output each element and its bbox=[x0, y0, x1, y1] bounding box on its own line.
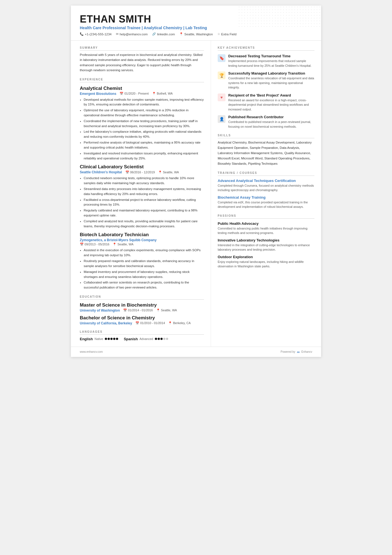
job-bullets-2: Assisted in the execution of complex exp… bbox=[80, 248, 204, 290]
education-label: EDUCATION bbox=[80, 295, 204, 300]
job-meta-2: Zymogenetics, a Bristol-Myers Squibb Com… bbox=[80, 238, 204, 242]
dot bbox=[163, 338, 165, 340]
training-desc-0: Completed through Coursera, focused on a… bbox=[218, 183, 314, 193]
pin-icon-0: 📍 bbox=[152, 92, 156, 95]
list-item: Developed analytical methods for complex… bbox=[84, 97, 204, 107]
job-title-1: Clinical Laboratory Scientist bbox=[80, 164, 204, 170]
list-item: Collaborated with senior scientists on r… bbox=[84, 280, 204, 290]
lang-name-es: Spanish bbox=[124, 337, 138, 341]
passion-1: Innovative Laboratory Technologies Inter… bbox=[218, 238, 314, 252]
passions-label: PASSIONS bbox=[218, 214, 314, 219]
dot bbox=[155, 338, 157, 340]
passion-0: Public Health Advocacy Committed to adva… bbox=[218, 221, 314, 235]
lang-level-es: Advanced bbox=[140, 337, 153, 341]
dot bbox=[113, 338, 115, 340]
achievement-title-2: Recipient of the 'Best Project' Award bbox=[228, 93, 314, 97]
list-item: Investigated and resolved instrumentatio… bbox=[84, 151, 204, 161]
edu-school-1: University of California, Berkeley bbox=[80, 321, 132, 325]
extra-field: Extra Field bbox=[221, 33, 237, 36]
achievement-icon-1: 🏆 bbox=[218, 71, 225, 79]
dot bbox=[110, 338, 113, 340]
list-item: Performed routine analysis of biological… bbox=[84, 140, 204, 150]
dot bbox=[166, 338, 168, 340]
contact-extra: ☆ Extra Field bbox=[217, 32, 237, 36]
lang-dots-es bbox=[155, 338, 168, 340]
job-title-2: Biotech Laboratory Technician bbox=[80, 232, 204, 238]
contact-linkedin: 🔗 linkedin.com bbox=[152, 32, 175, 36]
achievement-3: 👤 Published Research Contributor Contrib… bbox=[218, 115, 314, 129]
list-item: Coordinated the implementation of new te… bbox=[84, 119, 204, 129]
training-0: Advanced Analytical Techniques Certifica… bbox=[218, 179, 314, 193]
main-content: SUMMARY Professional with 5 years of exp… bbox=[71, 41, 321, 347]
achievement-desc-0: Implemented process improvements that re… bbox=[228, 59, 314, 68]
job-meta-0: Emergent Biosolutions 📅 01/2020 - Presen… bbox=[80, 92, 204, 96]
job-company-0: Emergent Biosolutions bbox=[80, 92, 116, 96]
dot bbox=[105, 338, 107, 340]
pin-icon-edu0: 📍 bbox=[156, 309, 160, 312]
edu-location-0: 📍 Seattle, WA bbox=[156, 309, 177, 312]
edu-school-0: University of Washington bbox=[80, 309, 120, 312]
cal-icon-1: 📅 bbox=[125, 171, 129, 174]
job-company-1: Seattle Children's Hospital bbox=[80, 170, 122, 174]
training-label: TRAINING / COURSES bbox=[218, 171, 314, 176]
training-desc-1: Completed via edX, this course provided … bbox=[218, 200, 314, 209]
list-item: Facilitated a cross-departmental project… bbox=[84, 198, 204, 208]
job-bullets-1: Conducted newborn screening tests, optim… bbox=[80, 176, 204, 229]
languages-label: LANGUAGES bbox=[80, 330, 204, 335]
cal-icon-edu0: 📅 bbox=[123, 309, 127, 312]
pin-icon-2: 📍 bbox=[113, 243, 116, 246]
edu-dates-1: 📅 01/2010 - 01/2014 bbox=[135, 321, 165, 325]
lang-level-en: Native bbox=[95, 337, 103, 341]
achievements-label: KEY ACHIEVEMENTS bbox=[218, 46, 314, 51]
training-title-1: Biochemical Assay Training bbox=[218, 195, 314, 199]
lang-english: English Native bbox=[80, 337, 118, 341]
contact-bar: 📞 +1-(234)-555-1234 ✉ help@enhancv.com 🔗… bbox=[80, 32, 312, 36]
dot bbox=[108, 338, 110, 340]
summary-text: Professional with 5 years of experience … bbox=[80, 52, 204, 73]
job-entry-2: Biotech Laboratory Technician Zymogeneti… bbox=[80, 232, 204, 290]
summary-label: SUMMARY bbox=[80, 46, 204, 51]
achievement-content-0: Decreased Testing Turnaround Time Implem… bbox=[228, 54, 314, 68]
contact-phone: 📞 +1-(234)-555-1234 bbox=[80, 32, 111, 36]
edu-degree-0: Master of Science in Biochemistry bbox=[80, 302, 204, 308]
achievement-desc-3: Contributed to published research in a p… bbox=[228, 120, 314, 129]
linkedin-icon: 🔗 bbox=[152, 32, 156, 36]
achievement-icon-3: 👤 bbox=[218, 115, 225, 123]
edu-degree-1: Bachelor of Science in Chemistry bbox=[80, 315, 204, 321]
job-dates-2: 📅 09/2013 - 05/2016 bbox=[80, 243, 109, 246]
resume-container: ETHAN SMITH Health Care Professional Tra… bbox=[71, 6, 321, 357]
achievement-desc-2: Received an award for excellence in a hi… bbox=[228, 98, 314, 112]
training-title-0: Advanced Analytical Techniques Certifica… bbox=[218, 179, 314, 183]
job-company-2: Zymogenetics, a Bristol-Myers Squibb Com… bbox=[80, 238, 157, 242]
job-dates-0: 📅 01/2020 - Present bbox=[120, 92, 149, 95]
header: ETHAN SMITH Health Care Professional Tra… bbox=[71, 6, 321, 41]
job-entry-0: Analytical Chemist Emergent Biosolutions… bbox=[80, 86, 204, 161]
passion-title-0: Public Health Advocacy bbox=[218, 221, 314, 226]
lang-name-en: English bbox=[80, 337, 93, 341]
powered-by-text: Powered by bbox=[281, 350, 295, 353]
achievement-content-1: Successfully Managed Laboratory Transiti… bbox=[228, 71, 314, 90]
achievement-1: 🏆 Successfully Managed Laboratory Transi… bbox=[218, 71, 314, 90]
passion-desc-1: Interested in the integration of cutting… bbox=[218, 243, 314, 252]
list-item: Streamlined data entry processes into la… bbox=[84, 187, 204, 197]
list-item: Conducted newborn screening tests, optim… bbox=[84, 176, 204, 186]
achievement-0: 🔖 Decreased Testing Turnaround Time Impl… bbox=[218, 54, 314, 68]
skills-label: SKILLS bbox=[218, 134, 314, 138]
footer-brand: Powered by ∞ Enhancv bbox=[281, 350, 312, 354]
candidate-name: ETHAN SMITH bbox=[80, 13, 312, 25]
dot bbox=[116, 338, 118, 340]
edu-meta-1: University of California, Berkeley 📅 01/… bbox=[80, 321, 204, 325]
edu-dates-0: 📅 01/2014 - 01/2016 bbox=[123, 309, 153, 312]
left-column: SUMMARY Professional with 5 years of exp… bbox=[71, 41, 211, 347]
dot bbox=[160, 338, 163, 340]
experience-label: EXPERIENCE bbox=[80, 78, 204, 82]
training-1: Biochemical Assay Training Completed via… bbox=[218, 195, 314, 209]
job-entry-1: Clinical Laboratory Scientist Seattle Ch… bbox=[80, 164, 204, 229]
list-item: Managed inventory and procurement of lab… bbox=[84, 270, 204, 280]
contact-email: ✉ help@enhancv.com bbox=[116, 32, 148, 36]
edu-location-1: 📍 Berkeley, CA bbox=[168, 321, 190, 325]
candidate-title: Health Care Professional Trainee | Analy… bbox=[80, 26, 312, 30]
job-meta-2b: 📅 09/2013 - 05/2016 📍 Seattle, WA bbox=[80, 243, 204, 246]
phone-icon: 📞 bbox=[80, 32, 84, 36]
passion-title-2: Outdoor Exploration bbox=[218, 255, 314, 259]
